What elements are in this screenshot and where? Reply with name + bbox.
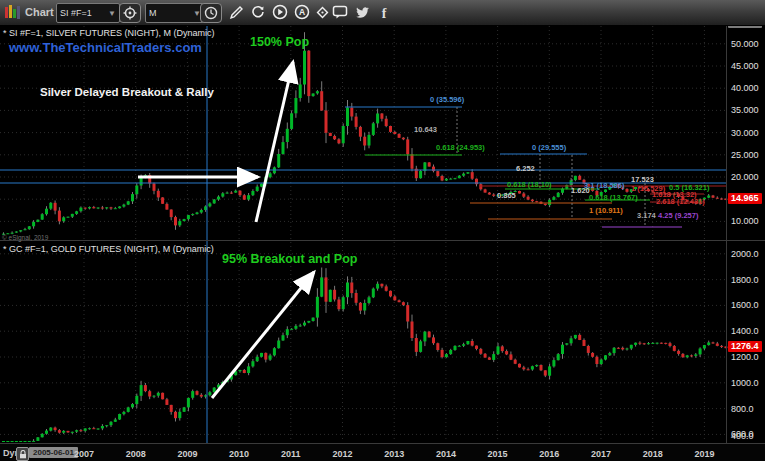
price-tick-label: 1800.0: [731, 275, 759, 285]
refresh-icon[interactable]: [248, 3, 268, 21]
play-icon[interactable]: [270, 3, 290, 21]
year-tick-label: 2016: [539, 449, 559, 459]
svg-text:f: f: [382, 6, 387, 20]
year-tick-label: 2018: [643, 449, 663, 459]
esignal-copyright: © eSignal, 2019: [2, 234, 48, 241]
silver-caption: Silver Delayed Breakout & Rally: [40, 86, 214, 98]
fib-label: 3.1 (18.586): [584, 182, 624, 190]
price-tick-label: 2000.0: [731, 249, 759, 259]
price-tick-label: 25.000: [731, 150, 759, 160]
clock-icon[interactable]: [200, 3, 222, 23]
svg-text:A: A: [299, 7, 305, 17]
price-axis-divider: [726, 25, 727, 443]
fib-label: 0.618 (18.10): [507, 181, 552, 189]
fib-label: 2.618 (12.431): [656, 198, 705, 206]
top-toolbar: Chart SI #F=1 ▼ M ▼ A f: [0, 0, 765, 26]
silver-panel-title: * SI #F=1, SILVER FUTURES (NIGHT), M (Dy…: [3, 28, 215, 38]
year-tick-label: 2014: [436, 449, 456, 459]
start-date-badge: 2005-06-01: [29, 447, 78, 458]
price-tick-label: 30.000: [731, 128, 759, 138]
cube-icon[interactable]: [312, 3, 332, 21]
fib-label: 10.643: [414, 126, 437, 134]
fib-label: 4.25 (9.257): [658, 212, 698, 220]
year-tick-label: 2012: [332, 449, 352, 459]
watermark-link[interactable]: www.TheTechnicalTraders.com: [9, 40, 202, 55]
silver-annotation: 150% Pop: [250, 35, 309, 49]
price-tick-label: 45.000: [731, 61, 759, 71]
price-tick-label: 20.000: [731, 172, 759, 182]
year-tick-label: 2008: [126, 449, 146, 459]
fib-label: 0.618 (13.767): [589, 194, 638, 202]
symbol-dropdown[interactable]: SI #F=1 ▼: [56, 3, 120, 23]
year-tick-label: 2013: [384, 449, 404, 459]
fib-label: 6.252: [516, 165, 535, 173]
facebook-icon[interactable]: f: [374, 3, 394, 21]
gear-icon[interactable]: [119, 3, 141, 23]
app-title: Chart: [25, 6, 54, 18]
price-tick-label: 35.000: [731, 105, 759, 115]
fib-label: 0 (29.555): [532, 144, 566, 152]
year-tick-label: 2007: [74, 449, 94, 459]
annotation-arrows: [138, 62, 314, 398]
price-tick-label: 10.000: [731, 216, 759, 226]
price-badge: 14.965: [728, 193, 762, 204]
panel-divider: [0, 240, 765, 241]
price-tick-label: 1600.0: [731, 300, 759, 310]
year-tick-label: 2015: [488, 449, 508, 459]
pencil-icon[interactable]: [226, 3, 246, 21]
timeframe-dropdown-value: M: [149, 8, 157, 18]
candlestick-charts-canvas: [0, 0, 765, 461]
price-tick-label: 1400.0: [731, 326, 759, 336]
fib-label: 17.523: [631, 176, 654, 184]
year-tick-label: 2017: [591, 449, 611, 459]
symbol-dropdown-value: SI #F=1: [60, 8, 92, 18]
trading-app-window: { "toolbar": { "app_label": "Chart", "sy…: [0, 0, 765, 461]
twitter-icon[interactable]: [352, 3, 372, 21]
year-tick-label: 2019: [694, 449, 714, 459]
price-tick-label: 50.000: [731, 39, 759, 49]
price-tick-label: 400.0: [731, 431, 754, 441]
chat-icon[interactable]: [330, 3, 350, 21]
circle-a-icon[interactable]: A: [292, 3, 312, 21]
fib-label: 1 (10.911): [589, 207, 623, 215]
fib-label: 1.620: [571, 187, 590, 195]
price-tick-label: 800.0: [731, 404, 754, 414]
fib-label: 0.865: [497, 192, 516, 200]
chevron-down-icon: ▼: [108, 9, 116, 18]
gold-annotation: 95% Breakout and Pop: [222, 252, 357, 266]
gold-panel-title: * GC #F=1, GOLD FUTURES (NIGHT), M (Dyna…: [3, 244, 214, 254]
lock-icon[interactable]: [16, 447, 29, 461]
time-axis-bar[interactable]: Dyn 2005-06-01 2007200820092010201120122…: [0, 443, 765, 461]
year-tick-label: 2010: [229, 449, 249, 459]
fib-label: 0.618 (24.953): [436, 144, 485, 152]
price-tick-label: 1000.0: [731, 378, 759, 388]
app-logo-icon: [4, 3, 21, 21]
year-tick-label: 2011: [281, 449, 301, 459]
timeframe-dropdown[interactable]: M ▼: [145, 3, 205, 23]
fib-label: 3.174: [637, 212, 656, 220]
year-tick-label: 2009: [177, 449, 197, 459]
price-badge: 1276.4: [728, 341, 762, 352]
fib-label: 0 (35.596): [430, 96, 464, 104]
price-tick-label: 40.000: [731, 83, 759, 93]
price-tick-label: 1200.0: [731, 352, 759, 362]
